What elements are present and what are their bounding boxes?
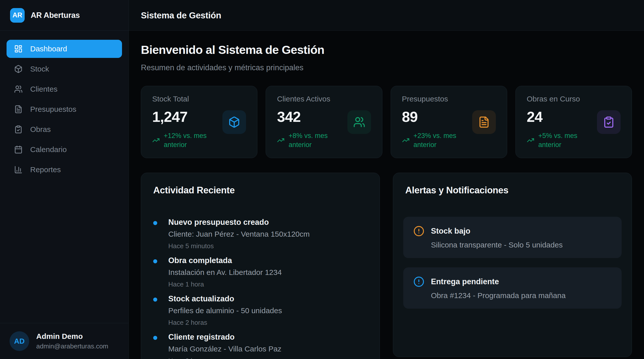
stat-info: Presupuestos 89 +23% vs. mesanterior [402, 95, 456, 149]
stat-card: Clientes Activos 342 +8% vs. mes anterio… [266, 86, 382, 158]
file-text-icon [472, 110, 496, 134]
alert-head: Stock bajo [413, 226, 612, 237]
activity-item: Cliente registrado María González - Vill… [153, 333, 368, 359]
stat-value: 1,247 [152, 108, 207, 125]
activity-item: Obra completada Instalación en Av. Liber… [153, 256, 368, 288]
sidebar-item-calendario[interactable]: Calendario [7, 140, 122, 159]
stats-row: Stock Total 1,247 +12% vs. mesanterior C… [141, 86, 632, 158]
stat-trend: +12% vs. mesanterior [152, 131, 207, 149]
stat-trend: +23% vs. mesanterior [402, 131, 456, 149]
alert-item: Stock bajo Silicona transparente - Solo … [403, 217, 622, 258]
stat-value: 24 [527, 108, 597, 125]
sidebar-item-label: Clientes [30, 85, 57, 93]
calendar-icon [14, 145, 23, 154]
user-email: admin@araberturas.com [36, 342, 108, 350]
activity-item: Stock actualizado Perfiles de aluminio -… [153, 294, 368, 327]
stat-card: Stock Total 1,247 +12% vs. mesanterior [141, 86, 257, 158]
panels-row: Actividad Reciente Nuevo presupuesto cre… [141, 173, 632, 359]
activity-item-description: Instalación en Av. Libertador 1234 [168, 268, 282, 277]
alert-title: Entrega pendiente [431, 277, 499, 286]
activity-panel-title: Actividad Reciente [151, 185, 370, 196]
sidebar: AR AR Aberturas Dashboard Stock Clientes… [0, 0, 129, 359]
package-icon [222, 110, 246, 134]
sidebar-item-label: Obras [30, 125, 51, 134]
alert-circle-icon [413, 226, 424, 237]
bullet-dot-icon [153, 259, 157, 263]
activity-item-title: Stock actualizado [168, 294, 282, 303]
sidebar-item-obras[interactable]: Obras [7, 120, 122, 138]
alert-head: Entrega pendiente [413, 276, 612, 287]
activity-item-title: Obra completada [168, 256, 282, 265]
stat-label: Clientes Activos [277, 95, 347, 103]
activity-item-description: Perfiles de aluminio - 50 unidades [168, 306, 282, 315]
activity-item: Nuevo presupuesto creado Cliente: Juan P… [153, 218, 368, 250]
alerts-panel-title: Alertas y Notificaciones [403, 185, 622, 196]
activity-item-body: Nuevo presupuesto creado Cliente: Juan P… [168, 218, 310, 250]
brand-name: AR Aberturas [31, 11, 80, 20]
stat-label: Stock Total [152, 95, 207, 103]
sidebar-item-reportes[interactable]: Reportes [7, 161, 122, 179]
stat-card: Presupuestos 89 +23% vs. mesanterior [391, 86, 507, 158]
activity-panel: Actividad Reciente Nuevo presupuesto cre… [141, 173, 380, 359]
trending-up-icon [277, 136, 285, 144]
sidebar-item-label: Dashboard [30, 45, 67, 53]
stat-info: Clientes Activos 342 +8% vs. mes anterio… [277, 95, 347, 149]
users-icon [347, 110, 371, 134]
user-profile[interactable]: AD Admin Demo admin@araberturas.com [0, 323, 129, 359]
bar-chart-icon [14, 165, 23, 174]
activity-item-time: Hace 3 horas [168, 357, 281, 359]
alerts-panel: Alertas y Notificaciones Stock bajo Sili… [393, 173, 632, 357]
activity-item-title: Cliente registrado [168, 333, 281, 342]
alerts-list: Stock bajo Silicona transparente - Solo … [403, 217, 622, 309]
sidebar-item-stock[interactable]: Stock [7, 60, 122, 78]
stat-value: 89 [402, 108, 456, 125]
clipboard-check-icon [597, 110, 621, 134]
users-icon [14, 85, 23, 93]
activity-item-body: Obra completada Instalación en Av. Liber… [168, 256, 282, 288]
stat-trend-text: +12% vs. mesanterior [164, 131, 207, 149]
sidebar-nav: Dashboard Stock Clientes Presupuestos Ob… [0, 31, 129, 188]
bullet-dot-icon [153, 336, 157, 340]
user-name: Admin Demo [36, 332, 108, 341]
stat-card: Obras en Curso 24 +5% vs. mes anterior [515, 86, 632, 158]
activity-item-body: Stock actualizado Perfiles de aluminio -… [168, 294, 282, 327]
main-content: Bienvenido al Sistema de Gestión Resumen… [129, 31, 644, 359]
stat-trend-text: +8% vs. mes anterior [289, 131, 347, 149]
trending-up-icon [402, 136, 410, 144]
sidebar-item-label: Presupuestos [30, 105, 76, 114]
stat-label: Obras en Curso [527, 95, 597, 103]
user-info: Admin Demo admin@araberturas.com [36, 332, 108, 350]
sidebar-item-clientes[interactable]: Clientes [7, 80, 122, 98]
package-icon [14, 65, 23, 73]
stat-value: 342 [277, 108, 347, 125]
activity-item-body: Cliente registrado María González - Vill… [168, 333, 281, 359]
stat-trend: +5% vs. mes anterior [527, 131, 597, 149]
bullet-dot-icon [153, 298, 157, 302]
app-root: AR AR Aberturas Dashboard Stock Clientes… [0, 0, 644, 359]
bullet-dot-icon [153, 221, 157, 225]
alert-description: Silicona transparente - Solo 5 unidades [431, 241, 612, 249]
clipboard-check-icon [14, 125, 23, 134]
sidebar-item-dashboard[interactable]: Dashboard [7, 40, 122, 58]
activity-item-title: Nuevo presupuesto creado [168, 218, 310, 227]
welcome-title: Bienvenido al Sistema de Gestión [141, 43, 632, 57]
file-text-icon [14, 105, 23, 114]
stat-trend-text: +5% vs. mes anterior [538, 131, 597, 149]
activity-item-description: María González - Villa Carlos Paz [168, 345, 281, 353]
stat-label: Presupuestos [402, 95, 456, 103]
brand-logo: AR [10, 8, 25, 23]
sidebar-item-label: Calendario [30, 145, 67, 154]
activity-item-time: Hace 2 horas [168, 319, 282, 327]
layout-dashboard-icon [14, 45, 23, 53]
page-title: Sistema de Gestión [141, 10, 221, 20]
activity-item-time: Hace 1 hora [168, 280, 282, 288]
trending-up-icon [527, 136, 534, 144]
stat-info: Stock Total 1,247 +12% vs. mesanterior [152, 95, 207, 149]
stat-trend-text: +23% vs. mesanterior [414, 131, 456, 149]
brand-header: AR AR Aberturas [0, 0, 129, 31]
sidebar-item-presupuestos[interactable]: Presupuestos [7, 100, 122, 118]
stat-info: Obras en Curso 24 +5% vs. mes anterior [527, 95, 597, 149]
avatar: AD [10, 331, 29, 351]
activity-list: Nuevo presupuesto creado Cliente: Juan P… [151, 218, 370, 359]
sidebar-item-label: Reportes [30, 165, 61, 174]
